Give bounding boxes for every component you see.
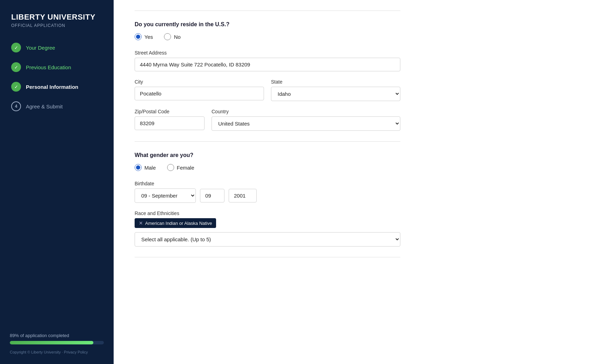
sidebar: LIBERTY UNIVERSITY OFFICIAL APPLICATION … xyxy=(0,0,114,364)
progress-bar-background xyxy=(10,341,104,344)
country-select[interactable]: United States Canada Mexico United Kingd… xyxy=(212,116,400,131)
birthdate-group: Birthdate 01 - January 02 - February 03 … xyxy=(135,181,400,203)
birthdate-day-group xyxy=(200,189,224,202)
copyright-text: Copyright © Liberty University · Privacy… xyxy=(10,350,104,354)
university-name: LIBERTY UNIVERSITY xyxy=(11,13,102,22)
bottom-divider xyxy=(135,257,400,257)
state-label: State xyxy=(271,79,400,85)
gender-female-option[interactable]: Female xyxy=(167,164,194,171)
sidebar-item-personal-information[interactable]: ✓ Personal Information xyxy=(7,77,107,97)
gender-male-label: Male xyxy=(144,165,156,171)
city-input[interactable] xyxy=(135,87,264,100)
us-residence-no-option[interactable]: No xyxy=(164,33,180,40)
country-group: Country United States Canada Mexico Unit… xyxy=(212,109,400,131)
birthdate-row: 01 - January 02 - February 03 - March 04… xyxy=(135,188,400,203)
city-label: City xyxy=(135,79,264,85)
country-label: Country xyxy=(212,109,400,114)
zip-label: Zip/Postal Code xyxy=(135,109,205,114)
checkmark-icon-personal-information: ✓ xyxy=(11,82,21,92)
gender-male-option[interactable]: Male xyxy=(135,164,156,171)
sidebar-label-previous-education: Previous Education xyxy=(26,64,71,70)
gender-section: What gender are you? Male Female xyxy=(135,152,400,171)
us-residence-radio-group: Yes No xyxy=(135,33,400,40)
us-residence-no-label: No xyxy=(174,34,180,40)
gender-question: What gender are you? xyxy=(135,152,400,158)
number-icon-agree-submit: 4 xyxy=(11,101,21,111)
sidebar-header: LIBERTY UNIVERSITY OFFICIAL APPLICATION xyxy=(0,0,114,38)
us-residence-section: Do you currently reside in the U.S.? Yes… xyxy=(135,21,400,40)
main-content: Do you currently reside in the U.S.? Yes… xyxy=(114,0,600,364)
race-group: Race and Ethnicities ✕ American Indian o… xyxy=(135,210,400,247)
race-tag-label-american-indian: American Indian or Alaska Native xyxy=(145,221,212,226)
checkmark-icon-your-degree: ✓ xyxy=(11,43,21,52)
progress-label: 89% of application completed xyxy=(10,333,104,338)
birthdate-year-group xyxy=(229,189,257,202)
gender-female-label: Female xyxy=(177,165,194,171)
street-address-input[interactable] xyxy=(135,58,400,71)
birthdate-day-input[interactable] xyxy=(200,189,224,202)
sidebar-nav: ✓ Your Degree ✓ Previous Education ✓ Per… xyxy=(0,38,114,324)
birthdate-year-input[interactable] xyxy=(229,189,257,202)
race-label: Race and Ethnicities xyxy=(135,210,400,216)
race-select[interactable]: Select all applicable. (Up to 5) America… xyxy=(135,232,400,247)
zip-group: Zip/Postal Code xyxy=(135,109,205,131)
gender-female-radio[interactable] xyxy=(167,164,174,171)
app-subtitle: OFFICIAL APPLICATION xyxy=(11,23,102,28)
gender-radio-group: Male Female xyxy=(135,164,400,171)
birthdate-month-select[interactable]: 01 - January 02 - February 03 - March 04… xyxy=(135,188,196,203)
sidebar-label-your-degree: Your Degree xyxy=(26,45,55,51)
zip-input[interactable] xyxy=(135,116,205,130)
sidebar-item-previous-education[interactable]: ✓ Previous Education xyxy=(7,57,107,77)
us-residence-yes-radio[interactable] xyxy=(135,33,142,40)
sidebar-item-your-degree[interactable]: ✓ Your Degree xyxy=(7,38,107,57)
zip-country-row: Zip/Postal Code Country United States Ca… xyxy=(135,109,400,131)
street-address-group: Street Address xyxy=(135,50,400,71)
us-residence-question: Do you currently reside in the U.S.? xyxy=(135,21,400,28)
checkmark-icon-previous-education: ✓ xyxy=(11,62,21,72)
us-residence-yes-label: Yes xyxy=(144,34,153,40)
city-state-row: City State Idaho Alabama Alaska Arizona … xyxy=(135,79,400,101)
birthdate-label: Birthdate xyxy=(135,181,400,186)
birthdate-month-group: 01 - January 02 - February 03 - March 04… xyxy=(135,188,196,203)
us-residence-yes-option[interactable]: Yes xyxy=(135,33,153,40)
sidebar-item-agree-submit[interactable]: 4 Agree & Submit xyxy=(7,97,107,116)
us-residence-no-radio[interactable] xyxy=(164,33,171,40)
sidebar-label-personal-information: Personal Information xyxy=(26,84,78,90)
race-tag-remove-american-indian[interactable]: ✕ xyxy=(139,220,143,226)
middle-divider xyxy=(135,141,400,142)
city-group: City xyxy=(135,79,264,101)
sidebar-label-agree-submit: Agree & Submit xyxy=(26,104,63,109)
state-select[interactable]: Idaho Alabama Alaska Arizona Arkansas Ca… xyxy=(271,87,400,101)
race-tags: ✕ American Indian or Alaska Native xyxy=(135,218,400,228)
top-divider xyxy=(135,10,400,11)
state-group: State Idaho Alabama Alaska Arizona Arkan… xyxy=(271,79,400,101)
sidebar-footer: 89% of application completed Copyright ©… xyxy=(0,324,114,364)
street-address-label: Street Address xyxy=(135,50,400,56)
gender-male-radio[interactable] xyxy=(135,164,142,171)
race-tag-american-indian: ✕ American Indian or Alaska Native xyxy=(135,218,216,228)
progress-bar-fill xyxy=(10,341,93,344)
